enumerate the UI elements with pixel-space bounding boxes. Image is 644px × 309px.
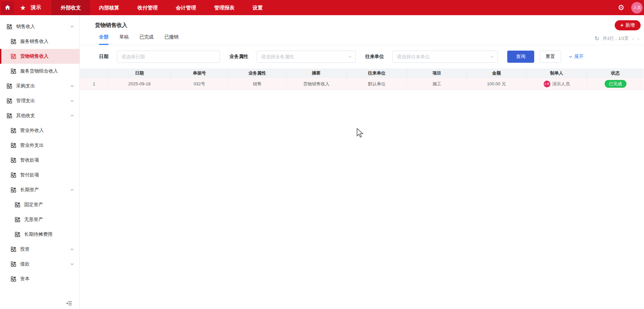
gear-icon[interactable]: ⚙ bbox=[618, 4, 624, 11]
cell-doc-no: 032号 bbox=[171, 78, 228, 90]
menu-grid-icon bbox=[7, 83, 12, 89]
sidebar-collapse-icon[interactable] bbox=[66, 301, 72, 306]
sidebar-item-label: 销售收入 bbox=[16, 24, 35, 30]
sidebar-item-intangible-assets[interactable]: 无形资产 bbox=[0, 212, 79, 227]
search-button[interactable]: 查询 bbox=[507, 51, 534, 63]
tab-draft[interactable]: 草稿 bbox=[119, 34, 129, 45]
sidebar-item-label: 其他收支 bbox=[16, 113, 35, 119]
date-input[interactable] bbox=[117, 51, 220, 63]
sidebar-item-label: 投资 bbox=[20, 246, 30, 252]
sidebar-item-borrowing[interactable]: 借款 bbox=[0, 257, 79, 272]
sidebar-item-label: 无形资产 bbox=[24, 217, 43, 223]
menu-grid-icon bbox=[11, 172, 16, 178]
nav-item-settings[interactable]: 设置 bbox=[244, 0, 272, 15]
sidebar-item-investment[interactable]: 投资 bbox=[0, 242, 79, 257]
menu-grid-icon bbox=[7, 24, 12, 29]
chevron-down-icon bbox=[569, 55, 573, 59]
home-button[interactable] bbox=[1, 1, 14, 14]
column-header-project: 项目 bbox=[407, 68, 467, 78]
biz-attr-select[interactable] bbox=[257, 51, 356, 63]
sidebar-item-label: 营业外支出 bbox=[20, 142, 44, 148]
pagination-prev-icon[interactable]: ‹ bbox=[632, 36, 634, 41]
biz-attr-filter bbox=[257, 51, 356, 63]
sidebar-item-non-operating-expense[interactable]: 营业外支出 bbox=[0, 138, 79, 153]
nav-item-payment-management[interactable]: 收付管理 bbox=[128, 0, 167, 15]
tab-all[interactable]: 全部 bbox=[99, 34, 108, 45]
cell-summary: 货物销售收入 bbox=[286, 78, 347, 90]
sidebar-item-label: 管理支出 bbox=[16, 98, 35, 104]
status-badge[interactable]: 已完成 bbox=[605, 80, 626, 88]
sidebar-item-other-income-expense[interactable]: 其他收支 bbox=[0, 108, 79, 123]
tab-cancelled[interactable]: 已撤销 bbox=[164, 34, 179, 45]
sidebar-item-label: 固定资产 bbox=[24, 202, 43, 208]
menu-grid-icon bbox=[11, 68, 16, 74]
chevron-up-icon bbox=[70, 114, 74, 118]
favorite-star-icon[interactable]: ★ bbox=[20, 4, 26, 11]
chevron-down-icon bbox=[70, 84, 74, 88]
cell-counterparty: 默认单位 bbox=[347, 78, 407, 90]
cell-biz-attr: 销售 bbox=[228, 78, 286, 90]
user-avatar[interactable]: 人员 bbox=[631, 2, 643, 13]
add-button-label: 新增 bbox=[625, 22, 635, 28]
chevron-up-icon bbox=[70, 25, 74, 29]
sidebar-item-fixed-assets[interactable]: 固定资产 bbox=[0, 197, 79, 212]
sidebar-item-capital[interactable]: 资本 bbox=[0, 272, 79, 286]
sidebar-item-purchase-expense[interactable]: 采购支出 bbox=[0, 79, 79, 93]
plus-icon: + bbox=[620, 22, 623, 28]
sidebar-item-combined-income[interactable]: 服务货物组合收入 bbox=[0, 64, 79, 79]
sidebar-item-temporary-receipts[interactable]: 暂收款项 bbox=[0, 153, 79, 168]
menu-grid-icon bbox=[11, 158, 16, 163]
refresh-icon[interactable]: ↻ bbox=[594, 36, 599, 41]
menu-grid-icon bbox=[11, 128, 16, 133]
table-header-row: 日期 单据号 业务属性 摘要 往来单位 项目 金额 制单人 状态 bbox=[80, 68, 644, 78]
home-icon bbox=[5, 5, 10, 10]
sidebar-item-temporary-payments[interactable]: 暂付款项 bbox=[0, 168, 79, 182]
menu-grid-icon bbox=[11, 54, 16, 59]
sidebar-item-label: 借款 bbox=[20, 261, 30, 267]
sidebar-item-label: 暂付款项 bbox=[20, 172, 39, 178]
menu-grid-icon bbox=[7, 98, 12, 104]
nav-item-internal-accounting[interactable]: 内部核算 bbox=[90, 0, 128, 15]
tab-completed[interactable]: 已完成 bbox=[139, 34, 154, 45]
main-content: 货物销售收入 + 新增 全部 草稿 已完成 已撤销 ↻ 共1行，1/1页 ‹ ›… bbox=[80, 15, 644, 309]
table-row[interactable]: 1 2025-09-18 032号 销售 货物销售收入 默认单位 施工 100.… bbox=[80, 78, 644, 90]
sidebar-item-label: 长期资产 bbox=[20, 187, 39, 193]
column-header-counterparty: 往来单位 bbox=[347, 68, 407, 78]
column-header-creator: 制单人 bbox=[526, 68, 587, 78]
sidebar-item-management-expense[interactable]: 管理支出 bbox=[0, 93, 79, 108]
chevron-down-icon bbox=[70, 99, 74, 103]
menu-grid-icon bbox=[11, 143, 16, 148]
add-button[interactable]: + 新增 bbox=[615, 20, 641, 30]
column-header-status: 状态 bbox=[587, 68, 644, 78]
expand-filters-link[interactable]: 展开 bbox=[569, 54, 584, 60]
menu-grid-icon bbox=[11, 187, 16, 193]
sidebar-item-label: 采购支出 bbox=[16, 83, 35, 89]
expand-link-label: 展开 bbox=[574, 54, 584, 60]
sidebar-item-service-sales-income[interactable]: 服务销售收入 bbox=[0, 34, 79, 49]
sidebar-item-long-term-assets[interactable]: 长期资产 bbox=[0, 182, 79, 197]
records-table: 日期 单据号 业务属性 摘要 往来单位 项目 金额 制单人 状态 1 2025-… bbox=[80, 68, 644, 90]
chevron-down-icon bbox=[70, 247, 74, 251]
sidebar-item-long-term-deferred-expense[interactable]: 长期待摊费用 bbox=[0, 227, 79, 242]
main-nav: 外部收支 内部核算 收付管理 会计管理 管理报表 设置 bbox=[52, 0, 272, 15]
sidebar-item-goods-sales-income[interactable]: 货物销售收入 bbox=[0, 49, 79, 64]
nav-item-accounting-management[interactable]: 会计管理 bbox=[167, 0, 205, 15]
pagination-next-icon[interactable]: › bbox=[637, 36, 639, 41]
date-filter bbox=[117, 51, 220, 63]
biz-attr-filter-label: 业务属性 bbox=[229, 54, 248, 60]
menu-grid-icon bbox=[11, 39, 16, 44]
nav-item-external-income-expense[interactable]: 外部收支 bbox=[52, 0, 90, 15]
nav-item-management-reports[interactable]: 管理报表 bbox=[205, 0, 244, 15]
counterparty-select[interactable] bbox=[392, 51, 498, 63]
menu-grid-icon bbox=[7, 113, 12, 118]
reset-button[interactable]: 重置 bbox=[540, 51, 561, 63]
sidebar-item-label: 营业外收入 bbox=[20, 128, 44, 134]
sidebar-item-non-operating-income[interactable]: 营业外收入 bbox=[0, 123, 79, 138]
column-header-date: 日期 bbox=[108, 68, 171, 78]
column-header-summary: 摘要 bbox=[286, 68, 347, 78]
menu-grid-icon bbox=[15, 232, 20, 237]
sidebar-item-label: 服务销售收入 bbox=[20, 38, 49, 45]
counterparty-filter bbox=[392, 51, 498, 63]
sidebar: 销售收入 服务销售收入 货物销售收入 服务货物组合收入 采购支出 管理支出 其他… bbox=[0, 15, 80, 309]
sidebar-item-sales-income[interactable]: 销售收入 bbox=[0, 19, 79, 34]
